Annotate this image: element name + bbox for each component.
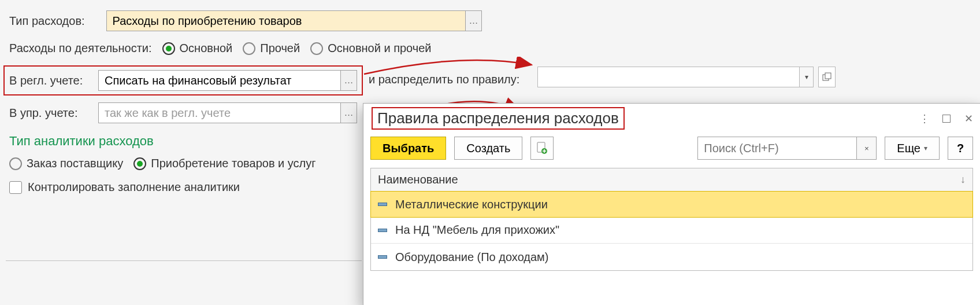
activity-radio-both-label: Основной и прочей: [328, 42, 431, 55]
distribute-rule-dropdown-button[interactable]: ▾: [799, 67, 813, 87]
column-header-name: Наименование: [378, 173, 458, 186]
svg-rect-1: [825, 73, 831, 79]
upr-input[interactable]: [99, 103, 340, 123]
search-input[interactable]: [698, 142, 856, 155]
table-cell-name: Металлические конструкции: [395, 198, 548, 211]
panel-maximize-button[interactable]: [938, 111, 955, 127]
upr-label: В упр. учете:: [9, 106, 98, 120]
analytics-radio-purchase-label: Приобретение товаров и услуг: [151, 157, 315, 170]
create-button[interactable]: Создать: [454, 137, 522, 160]
upr-more-button[interactable]: …: [340, 103, 357, 123]
activity-radio-main-label: Основной: [180, 42, 233, 55]
control-analytics-label: Контролировать заполнение аналитики: [28, 181, 240, 194]
open-external-icon: [822, 72, 831, 82]
regl-input[interactable]: [99, 71, 340, 90]
catalog-item-icon: [378, 203, 387, 206]
divider: [6, 260, 362, 261]
panel-title: Правила распределения расходов: [372, 107, 625, 130]
expense-type-more-button[interactable]: …: [465, 11, 481, 31]
distribute-rule-label: и распределить по правилу:: [369, 73, 519, 86]
activity-radio-both[interactable]: Основной и прочей: [310, 42, 431, 55]
activity-radio-main[interactable]: Основной: [162, 42, 233, 55]
rules-table: Наименование ↓ Металлические конструкции…: [370, 168, 973, 271]
table-cell-name: Оборудование (По доходам): [395, 251, 549, 264]
select-button[interactable]: Выбрать: [370, 137, 446, 160]
help-button[interactable]: ?: [948, 137, 973, 160]
rules-panel: Правила распределения расходов ⋮ ✕ Выбра…: [363, 103, 980, 305]
chevron-down-icon: ▾: [924, 144, 927, 152]
catalog-item-icon: [378, 255, 387, 259]
table-cell-name: На НД "Мебель для прихожих": [395, 223, 559, 237]
analytics-radio-purchase[interactable]: Приобретение товаров и услуг: [133, 157, 315, 170]
catalog-item-icon: [378, 229, 387, 232]
close-icon: ✕: [964, 112, 973, 125]
radio-unchecked-icon: [243, 42, 255, 55]
search-clear-button[interactable]: ×: [856, 137, 876, 159]
maximize-icon: [942, 115, 951, 123]
activity-radio-other[interactable]: Прочей: [243, 42, 300, 55]
regl-highlight-box: В регл. учете: …: [3, 65, 363, 95]
activity-expenses-label: Расходы по деятельности:: [9, 42, 152, 55]
create-copy-button[interactable]: [530, 137, 554, 160]
control-analytics-checkbox[interactable]: [9, 181, 22, 194]
distribute-rule-input[interactable]: [538, 67, 799, 87]
sort-asc-icon: ↓: [960, 174, 966, 186]
table-row[interactable]: Металлические конструкции: [370, 191, 973, 218]
more-menu-label: Еще: [897, 142, 920, 155]
kebab-icon: ⋮: [919, 112, 930, 125]
regl-input-group[interactable]: …: [98, 70, 357, 91]
panel-close-button[interactable]: ✕: [960, 111, 977, 127]
analytics-radio-order-label: Заказ поставщику: [27, 157, 123, 170]
panel-toolbar: Выбрать Создать × Еще ▾ ?: [363, 133, 980, 163]
activity-radio-other-label: Прочей: [260, 42, 300, 55]
document-add-icon: [536, 142, 548, 155]
regl-more-button[interactable]: …: [340, 71, 357, 90]
table-row[interactable]: Оборудование (По доходам): [371, 244, 972, 270]
search-box[interactable]: ×: [697, 137, 877, 160]
table-header[interactable]: Наименование ↓: [371, 168, 972, 192]
radio-unchecked-icon: [9, 157, 22, 170]
panel-menu-button[interactable]: ⋮: [916, 111, 933, 127]
expense-type-input[interactable]: [107, 11, 465, 31]
upr-input-group[interactable]: …: [98, 102, 357, 123]
regl-label: В регл. учете:: [9, 74, 98, 87]
analytics-radio-order[interactable]: Заказ поставщику: [9, 157, 123, 170]
radio-checked-icon: [133, 157, 146, 170]
distribute-rule-input-group[interactable]: ▾: [537, 67, 814, 87]
expense-type-input-group[interactable]: …: [106, 10, 482, 31]
more-menu-button[interactable]: Еще ▾: [885, 137, 940, 160]
table-row[interactable]: На НД "Мебель для прихожих": [371, 217, 972, 244]
radio-unchecked-icon: [310, 42, 323, 55]
expense-type-label: Тип расходов:: [9, 14, 106, 28]
distribute-rule-open-button[interactable]: [818, 67, 836, 87]
radio-checked-icon: [162, 42, 175, 55]
